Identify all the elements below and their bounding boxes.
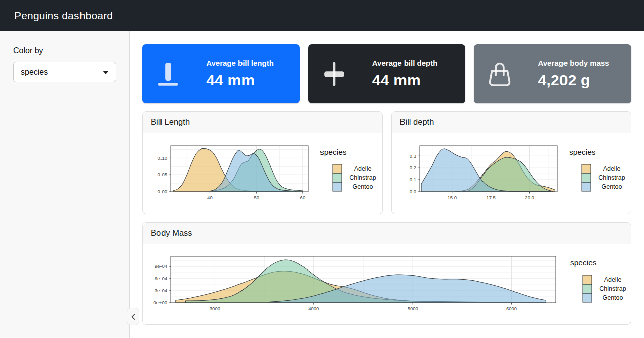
svg-text:17.5: 17.5	[486, 195, 496, 200]
svg-text:0.0: 0.0	[409, 189, 416, 194]
svg-text:species: species	[569, 148, 596, 156]
value-box-value: 44 mm	[372, 72, 454, 89]
chevron-left-icon	[131, 313, 136, 320]
value-box-content: Average bill length 44 mm	[194, 44, 299, 103]
value-box-bill-length: Average bill length 44 mm	[142, 44, 300, 103]
card-title: Bill depth	[400, 117, 434, 126]
svg-text:species: species	[570, 258, 597, 267]
svg-text:Gentoo: Gentoo	[352, 183, 373, 190]
value-box-value: 4,202 g	[538, 72, 619, 89]
svg-text:3000: 3000	[210, 306, 220, 311]
svg-text:20.0: 20.0	[525, 195, 534, 200]
align-bottom-icon	[155, 61, 181, 87]
color-by-label: Color by	[13, 46, 116, 55]
card-header: Bill depth	[392, 112, 631, 133]
svg-text:0.3: 0.3	[409, 153, 416, 159]
value-box-showcase	[308, 44, 360, 103]
app-title: Penguins dashboard	[14, 10, 113, 22]
value-box-content: Average bill depth 44 mm	[360, 44, 466, 103]
svg-text:3e-04: 3e-04	[155, 288, 167, 293]
sidebar-collapse-toggle[interactable]	[127, 308, 139, 325]
value-box-body-mass: Average body mass 4,202 g	[474, 44, 631, 103]
svg-text:60: 60	[300, 195, 306, 200]
value-box-value: 44 mm	[206, 72, 287, 89]
value-box-row: Average bill length 44 mm Average bill d…	[142, 44, 631, 103]
svg-text:50: 50	[254, 195, 259, 200]
caret-down-icon	[103, 71, 109, 74]
plot-legend: speciesAdelieChinstrapGentoo	[570, 258, 626, 302]
svg-text:6e-04: 6e-04	[155, 276, 167, 281]
value-box-title: Average bill depth	[372, 59, 454, 67]
plot-legend: speciesAdelieChinstrapGentoo	[320, 148, 376, 191]
card-header: Body Mass	[143, 223, 631, 244]
align-center-icon	[321, 61, 347, 87]
card-body: 15.017.520.00.00.10.20.3speciesAdelieChi…	[392, 133, 631, 214]
body-mass-row: Body Mass 30004000500060000e+003e-046e-0…	[142, 222, 631, 325]
value-box-showcase	[474, 44, 526, 103]
svg-text:9e-04: 9e-04	[155, 263, 167, 269]
svg-text:species: species	[320, 148, 347, 156]
svg-text:Adelie: Adelie	[604, 276, 622, 283]
svg-text:40: 40	[207, 195, 213, 200]
body-mass-density-plot: 30004000500060000e+003e-046e-049e-04spec…	[143, 244, 630, 324]
bill-depth-density-plot: 15.017.520.00.00.10.20.3speciesAdelieChi…	[392, 133, 631, 213]
card-title: Body Mass	[151, 228, 192, 237]
value-box-title: Average bill length	[206, 59, 287, 67]
svg-text:Chinstrap: Chinstrap	[598, 174, 625, 181]
page-header: Penguins dashboard	[0, 0, 644, 31]
plot-legend: speciesAdelieChinstrapGentoo	[569, 148, 625, 191]
svg-text:5000: 5000	[408, 306, 418, 311]
card-body: 4050600.000.050.10speciesAdelieChinstrap…	[143, 133, 382, 214]
svg-text:0.2: 0.2	[409, 165, 416, 170]
handbag-icon	[486, 60, 514, 88]
value-box-title: Average body mass	[538, 59, 619, 67]
card-body: 30004000500060000e+003e-046e-049e-04spec…	[143, 244, 631, 324]
svg-text:0.00: 0.00	[158, 189, 168, 194]
plot-cards-row: Bill Length 4050600.000.050.10speciesAde…	[142, 111, 631, 214]
card-bill-length: Bill Length 4050600.000.050.10speciesAde…	[142, 111, 383, 214]
svg-text:Gentoo: Gentoo	[602, 294, 623, 301]
sidebar: Color by species	[0, 31, 130, 338]
svg-text:Gentoo: Gentoo	[601, 183, 622, 190]
svg-text:15.0: 15.0	[447, 195, 457, 200]
svg-text:Adelie: Adelie	[354, 165, 372, 172]
value-box-content: Average body mass 4,202 g	[526, 44, 631, 103]
color-by-select[interactable]: species	[13, 62, 116, 82]
svg-text:4000: 4000	[308, 306, 319, 311]
color-by-selected-value: species	[21, 67, 48, 77]
svg-text:0.1: 0.1	[409, 177, 416, 182]
svg-text:0.10: 0.10	[158, 155, 168, 161]
svg-text:0.05: 0.05	[158, 172, 168, 177]
card-header: Bill Length	[143, 112, 382, 133]
card-bill-depth: Bill depth 15.017.520.00.00.10.20.3speci…	[391, 111, 632, 214]
bill-length-density-plot: 4050600.000.050.10speciesAdelieChinstrap…	[143, 133, 382, 213]
value-box-bill-depth: Average bill depth 44 mm	[308, 44, 466, 103]
svg-text:Adelie: Adelie	[603, 165, 620, 172]
layout: Color by species Average bill length	[0, 31, 644, 338]
svg-text:Chinstrap: Chinstrap	[349, 174, 376, 181]
main-content: Average bill length 44 mm Average bill d…	[130, 31, 644, 338]
card-title: Bill Length	[151, 117, 190, 126]
card-body-mass: Body Mass 30004000500060000e+003e-046e-0…	[142, 222, 631, 325]
value-box-showcase	[142, 44, 194, 103]
svg-text:Chinstrap: Chinstrap	[599, 285, 626, 292]
svg-text:0e+00: 0e+00	[153, 300, 167, 305]
svg-text:6000: 6000	[506, 306, 517, 311]
